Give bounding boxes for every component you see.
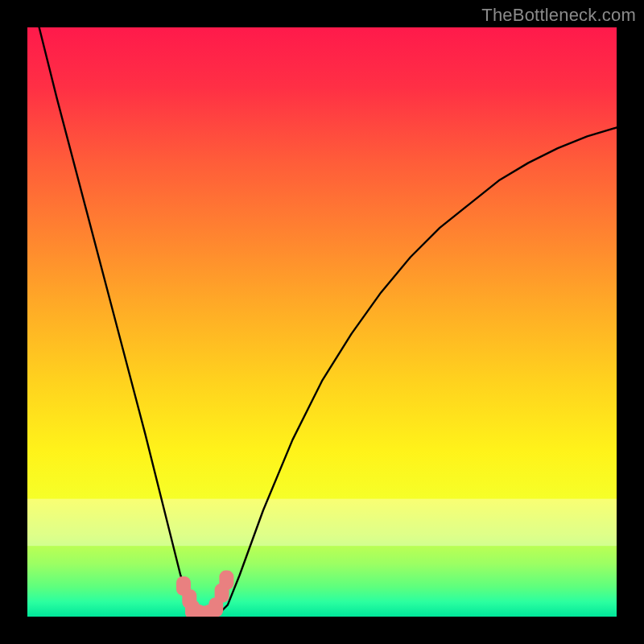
chart-svg: [27, 27, 617, 617]
chart-plot-area: [27, 27, 617, 617]
chart-frame: TheBottleneck.com: [0, 0, 644, 644]
watermark-label: TheBottleneck.com: [481, 5, 636, 26]
pale-band: [27, 499, 617, 547]
highlight-marker: [219, 571, 233, 590]
